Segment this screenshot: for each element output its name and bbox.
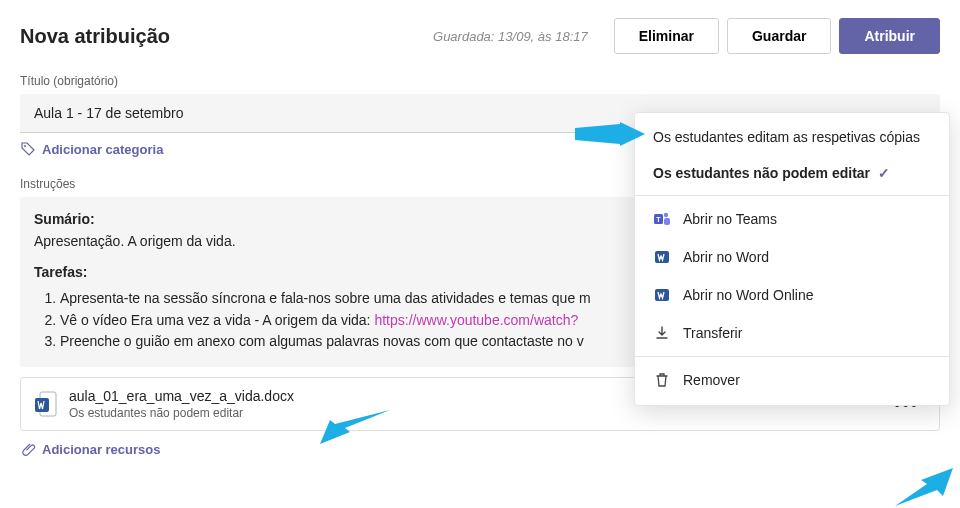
annotation-arrow	[895, 468, 953, 506]
check-icon: ✓	[878, 165, 890, 181]
menu-open-word[interactable]: Abrir no Word	[635, 238, 949, 276]
menu-separator	[635, 356, 949, 357]
menu-students-no-edit[interactable]: Os estudantes não podem editar ✓	[635, 155, 949, 191]
menu-download[interactable]: Transferir	[635, 314, 949, 352]
menu-open-teams[interactable]: T Abrir no Teams	[635, 200, 949, 238]
header: Nova atribuição Guardada: 13/09, às 18:1…	[20, 18, 940, 54]
menu-students-edit-own[interactable]: Os estudantes editam as respetivas cópia…	[635, 119, 949, 155]
add-resources-label: Adicionar recursos	[42, 442, 161, 457]
word-icon	[653, 248, 671, 266]
word-online-icon	[653, 286, 671, 304]
add-category-label: Adicionar categoria	[42, 142, 163, 157]
add-category-link[interactable]: Adicionar categoria	[20, 141, 163, 157]
menu-separator	[635, 195, 949, 196]
menu-open-word-online[interactable]: Abrir no Word Online	[635, 276, 949, 314]
annotation-arrow	[320, 410, 390, 444]
attachment-context-menu: Os estudantes editam as respetivas cópia…	[634, 112, 950, 406]
svg-marker-9	[575, 122, 645, 146]
svg-text:T: T	[656, 216, 661, 223]
svg-point-0	[24, 145, 26, 147]
video-link[interactable]: https://www.youtube.com/watch?	[374, 312, 578, 328]
assign-button[interactable]: Atribuir	[839, 18, 940, 54]
menu-remove[interactable]: Remover	[635, 361, 949, 399]
delete-button[interactable]: Eliminar	[614, 18, 719, 54]
annotation-arrow	[575, 122, 645, 146]
add-resources-link[interactable]: Adicionar recursos	[20, 441, 161, 457]
trash-icon	[653, 371, 671, 389]
svg-marker-10	[320, 410, 390, 444]
attach-icon	[20, 441, 36, 457]
page-title: Nova atribuição	[20, 25, 170, 48]
save-button[interactable]: Guardar	[727, 18, 831, 54]
download-icon	[653, 324, 671, 342]
teams-icon: T	[653, 210, 671, 228]
title-label: Título (obrigatório)	[20, 74, 940, 88]
saved-status: Guardada: 13/09, às 18:17	[433, 29, 588, 44]
word-file-icon	[35, 391, 57, 417]
attachment-subtitle: Os estudantes não podem editar	[69, 406, 888, 420]
svg-point-4	[664, 213, 668, 217]
tag-icon	[20, 141, 36, 157]
svg-marker-11	[895, 468, 953, 506]
svg-rect-5	[664, 218, 670, 225]
